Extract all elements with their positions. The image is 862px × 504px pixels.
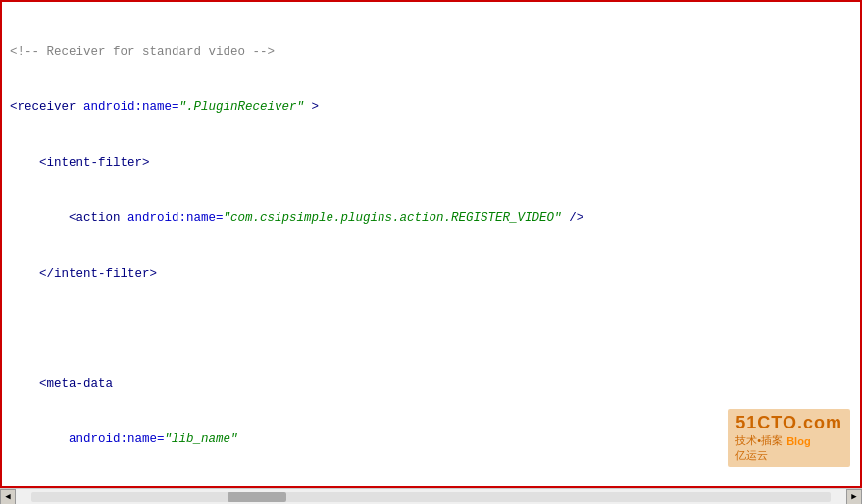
- scrollbar-thumb[interactable]: [228, 492, 286, 502]
- line-3: <intent-filter>: [10, 154, 852, 173]
- line-2: <receiver android:name=".PluginReceiver"…: [10, 98, 852, 117]
- scroll-right-button[interactable]: ▶: [846, 489, 862, 505]
- line-8: android:name="lib_name": [10, 430, 852, 449]
- horizontal-scrollbar[interactable]: ◀ ▶: [0, 488, 862, 504]
- line-7: <meta-data: [10, 376, 852, 394]
- line-5: </intent-filter>: [10, 265, 852, 283]
- watermark-box: 51CTO.com 技术•插案 Blog 亿运云: [728, 409, 850, 467]
- watermark-tagline: 技术•插案: [735, 433, 783, 448]
- editor-container: <!-- Receiver for standard video --> <re…: [0, 0, 862, 504]
- code-area[interactable]: <!-- Receiver for standard video --> <re…: [0, 0, 862, 488]
- scroll-left-button[interactable]: ◀: [0, 489, 16, 505]
- line-4: <action android:name="com.csipsimple.plu…: [10, 209, 852, 227]
- watermark: 51CTO.com 技术•插案 Blog 亿运云: [728, 409, 850, 467]
- watermark-blog: Blog: [786, 435, 810, 447]
- watermark-logo: 51CTO.com: [735, 413, 842, 433]
- line-1: <!-- Receiver for standard video -->: [10, 43, 852, 62]
- scrollbar-track[interactable]: [31, 492, 831, 502]
- line-6: [10, 320, 852, 338]
- watermark-yiyun: 亿运云: [735, 448, 842, 463]
